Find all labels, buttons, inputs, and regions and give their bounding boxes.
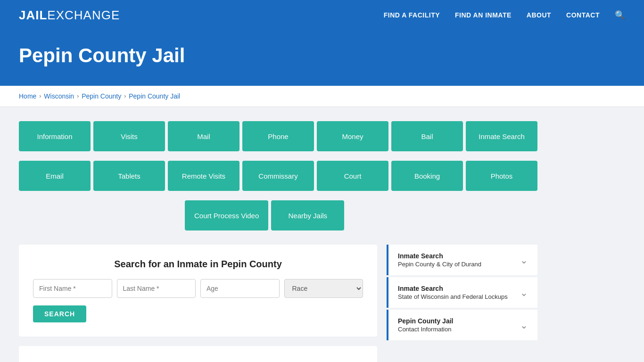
breadcrumb-home[interactable]: Home — [19, 92, 36, 100]
left-column: Search for an Inmate in Pepin County Rac… — [19, 245, 377, 362]
site-header: JAILEXCHANGE FIND A FACILITY FIND AN INM… — [0, 0, 644, 30]
btn-bail[interactable]: Bail — [391, 121, 463, 151]
sidebar-card-title-2: Inmate Search — [398, 285, 508, 292]
main-nav: FIND A FACILITY FIND AN INMATE ABOUT CON… — [384, 10, 625, 20]
btn-court-process-video[interactable]: Court Process Video — [185, 200, 268, 230]
sidebar-card-sub-1: Pepin County & City of Durand — [398, 261, 481, 268]
btn-mail[interactable]: Mail — [168, 121, 239, 151]
right-sidebar: Inmate Search Pepin County & City of Dur… — [387, 245, 537, 362]
btn-visits[interactable]: Visits — [93, 121, 165, 151]
page-title: Pepin County Jail — [19, 44, 625, 67]
breadcrumb-current: Pepin County Jail — [129, 92, 180, 100]
race-select[interactable]: Race White Black Hispanic Asian Other — [284, 279, 363, 298]
btn-tablets[interactable]: Tablets — [93, 161, 165, 191]
search-icon[interactable]: 🔍 — [615, 10, 625, 20]
nav-contact[interactable]: CONTACT — [566, 11, 600, 19]
two-col-layout: Search for an Inmate in Pepin County Rac… — [19, 245, 537, 362]
first-name-input[interactable] — [33, 279, 112, 298]
breadcrumb-sep-3: › — [124, 93, 126, 99]
sidebar-card-title-1: Inmate Search — [398, 252, 481, 260]
sidebar-card-contact[interactable]: Pepin County Jail Contact Information ⌄ — [387, 310, 537, 340]
btn-inmate-search[interactable]: Inmate Search — [466, 121, 537, 151]
info-section: Pepin County Jail Information — [19, 346, 377, 362]
info-title: Pepin County Jail Information — [33, 360, 363, 362]
breadcrumb-sep-2: › — [77, 93, 79, 99]
logo-jail: JAIL — [19, 8, 47, 22]
grid-row-1: Information Visits Mail Phone Money Bail… — [19, 121, 537, 151]
btn-court[interactable]: Court — [317, 161, 388, 191]
sidebar-card-title-3: Pepin County Jail — [398, 317, 453, 325]
grid-row-2: Email Tablets Remote Visits Commissary C… — [19, 161, 537, 191]
btn-email[interactable]: Email — [19, 161, 91, 191]
breadcrumb-sep-1: › — [39, 93, 41, 99]
nav-find-inmate[interactable]: FIND AN INMATE — [455, 11, 512, 19]
btn-booking[interactable]: Booking — [391, 161, 463, 191]
nav-find-facility[interactable]: FIND A FACILITY — [384, 11, 440, 19]
btn-money[interactable]: Money — [317, 121, 388, 151]
last-name-input[interactable] — [117, 279, 196, 298]
chevron-down-icon-2: ⌄ — [520, 287, 528, 298]
sidebar-card-sub-2: State of Wisconsin and Federal Lockups — [398, 293, 508, 300]
sidebar-card-sub-3: Contact Information — [398, 326, 453, 333]
chevron-down-icon-1: ⌄ — [520, 255, 528, 266]
search-title: Search for an Inmate in Pepin County — [33, 259, 363, 270]
hero-section: Pepin County Jail — [0, 30, 644, 86]
search-fields: Race White Black Hispanic Asian Other — [33, 279, 363, 298]
btn-photos[interactable]: Photos — [466, 161, 537, 191]
chevron-down-icon-3: ⌄ — [520, 320, 528, 331]
btn-commissary[interactable]: Commissary — [242, 161, 314, 191]
inmate-search-box: Search for an Inmate in Pepin County Rac… — [19, 245, 377, 337]
breadcrumb: Home › Wisconsin › Pepin County › Pepin … — [0, 86, 644, 107]
sidebar-card-wi-search[interactable]: Inmate Search State of Wisconsin and Fed… — [387, 277, 537, 308]
sidebar-card-pepin-search[interactable]: Inmate Search Pepin County & City of Dur… — [387, 245, 537, 275]
btn-information[interactable]: Information — [19, 121, 91, 151]
btn-nearby-jails[interactable]: Nearby Jails — [271, 200, 344, 230]
btn-phone[interactable]: Phone — [242, 121, 314, 151]
search-button[interactable]: SEARCH — [33, 305, 86, 322]
content-area: Information Visits Mail Phone Money Bail… — [0, 107, 644, 362]
logo-exchange: EXCHANGE — [47, 8, 120, 22]
nav-about[interactable]: ABOUT — [527, 11, 551, 19]
grid-row-3: Court Process Video Nearby Jails — [19, 200, 625, 230]
btn-remote-visits[interactable]: Remote Visits — [168, 161, 239, 191]
breadcrumb-wisconsin[interactable]: Wisconsin — [44, 92, 74, 100]
age-input[interactable] — [200, 279, 280, 298]
breadcrumb-pepin-county[interactable]: Pepin County — [82, 92, 121, 100]
site-logo[interactable]: JAILEXCHANGE — [19, 8, 120, 23]
